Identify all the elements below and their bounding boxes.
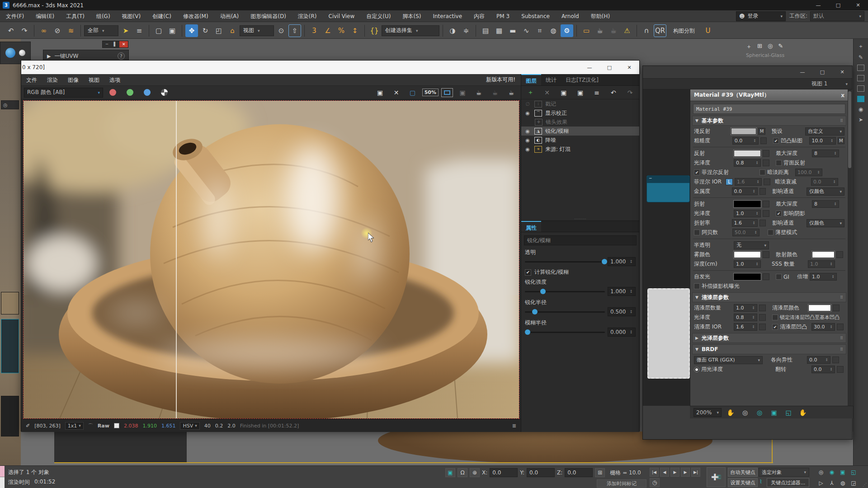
- maximize-viewport-icon[interactable]: ◲: [849, 478, 859, 488]
- tab-log[interactable]: 日志[TZ汉化]: [561, 74, 603, 85]
- gloss-spinner[interactable]: 0.8: [734, 159, 761, 167]
- coat-amount-spinner[interactable]: 1.0: [734, 304, 757, 312]
- zoom-extents-all-icon[interactable]: ◱: [849, 467, 859, 477]
- layer-name-field[interactable]: 锐化/模糊: [524, 235, 637, 245]
- ref-coord-dropdown[interactable]: 视图 ▾: [240, 25, 274, 36]
- dim-distance-checkbox[interactable]: [760, 169, 765, 175]
- calc-sharpen-row[interactable]: ✔ 计算锐化/模糊: [521, 267, 639, 276]
- menu-interactive[interactable]: Interactive: [427, 10, 468, 22]
- frame-stamp-icon[interactable]: [441, 88, 453, 97]
- menu-tools[interactable]: 工具(T): [60, 10, 90, 22]
- coat-gloss-spinner[interactable]: 0.8: [734, 314, 757, 321]
- fog-map-slot[interactable]: [763, 251, 769, 258]
- coat-ior-spinner[interactable]: 1.6: [734, 323, 757, 331]
- coat-color-swatch[interactable]: [808, 305, 831, 311]
- axis-constraint-icon[interactable]: ⇧: [288, 24, 301, 37]
- anisotropy-map-slot[interactable]: [832, 357, 839, 363]
- ribbon-toggle-icon[interactable]: ▬: [506, 24, 519, 37]
- vfb-zoom-badge[interactable]: 50%: [422, 89, 439, 96]
- node-canvas[interactable]: ─: [643, 89, 690, 406]
- auto-key-button[interactable]: 自动关键点: [728, 468, 758, 477]
- eyedropper-icon[interactable]: ✐: [26, 423, 30, 429]
- fresnel-ior-spinner[interactable]: 1.6: [735, 178, 762, 186]
- slate-titlebar[interactable]: — □ ✕: [643, 66, 852, 79]
- sss-amount-spinner[interactable]: 1.0: [808, 260, 835, 268]
- eye-icon[interactable]: ◉: [524, 137, 531, 143]
- layer-row[interactable]: ✚ 镜头效果: [521, 117, 639, 127]
- blur-radius-value[interactable]: 0.000: [608, 328, 636, 337]
- bind-spacewarp-icon[interactable]: ≋: [65, 24, 77, 37]
- menu-arnold[interactable]: Arnold: [556, 10, 585, 22]
- layout-tab[interactable]: [857, 85, 864, 92]
- menu-animation[interactable]: 动画(A): [214, 10, 245, 22]
- edit-icon[interactable]: ✎: [859, 54, 863, 61]
- arrow-icon[interactable]: ➤: [859, 117, 863, 123]
- undo-icon[interactable]: ↶: [5, 24, 17, 37]
- checkbox-checked-icon[interactable]: ✔: [525, 269, 531, 276]
- material-browser-entry[interactable]: Spherical-Glass: [746, 52, 853, 58]
- workspace-dropdown[interactable]: 默认 ▾: [810, 11, 864, 21]
- menu-civil-view[interactable]: Civil View: [323, 10, 361, 22]
- edit-named-sets-icon[interactable]: {}: [368, 24, 381, 37]
- layout-tab[interactable]: [857, 65, 864, 71]
- refract-gloss-spinner[interactable]: 1.0: [734, 210, 761, 217]
- rotation-spinner[interactable]: 0.0: [811, 366, 835, 373]
- menu-customize[interactable]: 自定义(U): [360, 10, 396, 22]
- edit-icon[interactable]: ✎: [778, 42, 783, 51]
- maximize-icon[interactable]: □: [599, 61, 619, 74]
- render-setup-icon[interactable]: ⚙: [561, 24, 573, 37]
- save-layers-icon[interactable]: ▣: [556, 87, 571, 98]
- coat-amount-map-slot[interactable]: [759, 305, 766, 311]
- undo-icon[interactable]: ↶: [606, 87, 621, 98]
- metalness-spinner[interactable]: 0.0: [732, 188, 758, 195]
- tab-layers[interactable]: 图层: [521, 74, 541, 85]
- node-thumbnail[interactable]: [1, 396, 19, 436]
- scene-explorer-icon[interactable]: ▤: [479, 24, 492, 37]
- close-icon[interactable]: x: [841, 92, 844, 99]
- panel-splitter[interactable]: ⋯⋯⋯: [521, 217, 639, 221]
- menu-modifiers[interactable]: 修改器(M): [177, 10, 214, 22]
- layer-list-icon[interactable]: ≡: [590, 87, 604, 98]
- layer-row-selected[interactable]: ◉ ◮ 锐化/模糊: [521, 127, 639, 136]
- multiplier-spinner[interactable]: 1.0: [810, 273, 837, 281]
- ior-spinner[interactable]: 1.6: [732, 219, 758, 227]
- coat-bump-map-slot[interactable]: [837, 324, 844, 330]
- add-time-tag-button[interactable]: 添加时间标记: [597, 479, 646, 488]
- angle-snap-icon[interactable]: ∠: [321, 24, 334, 37]
- named-sets-dropdown[interactable]: 创建选择集 ▾: [382, 25, 439, 36]
- walkthrough-icon[interactable]: ⅄: [827, 478, 837, 488]
- fov-icon[interactable]: ▷: [816, 478, 826, 488]
- abbe-checkbox[interactable]: [694, 230, 700, 235]
- curve-editor-icon[interactable]: ∿: [520, 24, 533, 37]
- refract-depth-spinner[interactable]: 8: [812, 200, 839, 208]
- zoom-icon[interactable]: ◎: [740, 407, 750, 418]
- vfb-menu-render[interactable]: 渲染: [42, 74, 63, 86]
- curve-icon[interactable]: ⌒: [88, 422, 93, 429]
- spinner-snap-icon[interactable]: ↕: [349, 24, 361, 37]
- select-rotate-icon[interactable]: ↻: [199, 24, 212, 37]
- key-filter-icon[interactable]: ⌇: [760, 479, 762, 485]
- maxscript-mini-listener[interactable]: [0, 466, 5, 488]
- follow-mouse-icon[interactable]: ▣: [456, 87, 469, 98]
- vfb-menu-file[interactable]: 文件: [21, 74, 42, 86]
- fog-color-swatch[interactable]: [734, 251, 761, 258]
- menu-pm3[interactable]: PM 3: [491, 10, 515, 22]
- layer-explorer-icon[interactable]: ▦: [493, 24, 505, 37]
- snaps-toggle-icon[interactable]: 3: [308, 24, 321, 37]
- layer-row[interactable]: ◉ ◐ 降噪: [521, 136, 639, 145]
- set-key-button[interactable]: 设置关键点: [728, 478, 758, 487]
- zoom-region-icon[interactable]: ◎: [754, 407, 765, 418]
- vfb-menu-image[interactable]: 图像: [63, 74, 84, 86]
- layout-tab-active[interactable]: [857, 96, 864, 102]
- redo-icon[interactable]: ↷: [18, 24, 31, 37]
- next-frame-icon[interactable]: ▶: [681, 468, 690, 477]
- opacity-value[interactable]: 1.000: [608, 257, 636, 266]
- use-pivot-center-icon[interactable]: ⊙: [275, 24, 288, 37]
- select-object-icon[interactable]: ➤: [119, 24, 132, 37]
- pixel-ratio-dropdown[interactable]: 1x1 ▾: [65, 422, 84, 430]
- rotation-map-slot[interactable]: [837, 366, 844, 373]
- render-iterative-icon[interactable]: ☕: [607, 24, 620, 37]
- add-icon[interactable]: ＋: [746, 42, 752, 51]
- render-last-icon[interactable]: ☕: [472, 87, 486, 98]
- mirror-icon[interactable]: ◑: [446, 24, 459, 37]
